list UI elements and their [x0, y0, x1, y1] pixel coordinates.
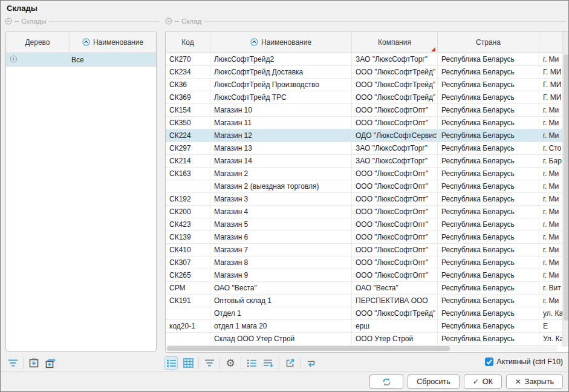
table-cell[interactable]: Республика Беларусь: [438, 180, 539, 192]
table-cell[interactable]: Магазин 10: [210, 104, 352, 116]
table-cell[interactable]: ОАО "Веста": [210, 282, 352, 294]
table-cell[interactable]: СК163: [166, 168, 210, 180]
collapse-group-icon[interactable]: [165, 18, 172, 25]
table-cell[interactable]: код20-1: [166, 320, 210, 332]
table-cell[interactable]: Магазин 13: [210, 142, 352, 154]
tree-row-all[interactable]: Все: [6, 53, 156, 67]
table-cell[interactable]: Республика Беларусь: [438, 269, 539, 281]
table-cell[interactable]: СК350: [166, 117, 210, 129]
tree-column-header-name[interactable]: Наименование: [70, 31, 156, 53]
table-cell[interactable]: г. Ми: [539, 193, 564, 205]
table-cell[interactable]: Республика Беларусь: [438, 244, 539, 256]
table-cell[interactable]: Магазин 12: [210, 129, 352, 142]
table-cell[interactable]: Республика Беларусь: [438, 91, 539, 103]
table-cell[interactable]: СК423: [166, 218, 210, 230]
table-cell[interactable]: г. Ми: [539, 206, 564, 218]
table-cell[interactable]: Магазин 9: [210, 269, 352, 281]
table-cell[interactable]: СК307: [166, 256, 210, 269]
table-cell[interactable]: СК191: [166, 295, 210, 307]
table-cell[interactable]: ООО "ЛюксСофтОпт": [352, 269, 438, 281]
table-cell[interactable]: Республика Беларусь: [438, 79, 539, 91]
table-cell[interactable]: Республика Беларусь: [438, 104, 539, 116]
table-row[interactable]: СК297Магазин 13ЗАО "ЛюксСофтТорг"Республ…: [166, 142, 564, 155]
active-checkbox[interactable]: Активный (ctrl F10): [485, 358, 563, 366]
table-cell[interactable]: Магазин 2: [210, 168, 352, 180]
table-cell[interactable]: СК369: [166, 91, 210, 103]
table-cell[interactable]: ПЕРСПЕКТИВА ООО: [352, 295, 438, 307]
table-cell[interactable]: Республика Беларусь: [438, 155, 539, 167]
table-row[interactable]: СК234ЛюксСофтТрейд ДоставкаООО "ЛюксСофт…: [166, 66, 564, 79]
table-cell[interactable]: ул. Ка: [539, 307, 564, 319]
table-cell[interactable]: г. Ми: [539, 218, 564, 230]
table-cell[interactable]: Магазин 4: [210, 206, 352, 218]
table-cell[interactable]: ООО "ЛюксСофтОпт": [352, 231, 438, 243]
table-cell[interactable]: отдел 1 мага 20: [210, 320, 352, 332]
table-row[interactable]: СК410Магазин 7ООО "ЛюксСофтОпт"Республик…: [166, 244, 564, 256]
table-cell[interactable]: Республика Беларусь: [438, 193, 539, 205]
table-cell[interactable]: г. Ми: [539, 231, 564, 243]
collapse-group-icon[interactable]: [5, 18, 12, 25]
table-cell[interactable]: Г. МИ: [539, 91, 564, 103]
table-cell[interactable]: ЗАО "ЛюксСофтТорг": [352, 155, 438, 167]
table-row[interactable]: СК139Магазин 6ООО "ЛюксСофтОпт"Республик…: [166, 231, 564, 244]
table-cell[interactable]: Республика Беларусь: [438, 66, 539, 78]
table-cell[interactable]: ООО "ЛюксСофтОпт": [352, 218, 438, 230]
table-cell[interactable]: СРМ: [166, 282, 210, 294]
expand-node-icon[interactable]: [10, 55, 18, 63]
table-cell[interactable]: СК224: [166, 129, 210, 142]
close-button[interactable]: ✕Закрыть: [506, 374, 563, 389]
table-row[interactable]: СК423Магазин 5ООО "ЛюксСофтОпт"Республик…: [166, 218, 564, 231]
table-row[interactable]: СК36ЛюксСофтТрейд ПроизводствоООО "ЛюксС…: [166, 79, 564, 91]
table-cell[interactable]: Магазин 3: [210, 193, 352, 205]
table-cell[interactable]: Республика Беларусь: [438, 206, 539, 218]
open-external-icon[interactable]: [283, 356, 296, 370]
checkbox-checked-icon[interactable]: [485, 358, 493, 366]
table-cell[interactable]: г. Ми: [539, 269, 564, 281]
table-cell[interactable]: Магазин 8: [210, 256, 352, 269]
table-cell[interactable]: Отдел 1: [210, 307, 352, 319]
table-row[interactable]: СК192Магазин 3ООО "ЛюксСофтОпт"Республик…: [166, 193, 564, 206]
table-cell[interactable]: СК192: [166, 193, 210, 205]
table-cell[interactable]: г. Ми: [539, 256, 564, 269]
table-cell[interactable]: г. Ми: [539, 295, 564, 307]
table-row[interactable]: СК270ЛюксСофтТрейд2ЗАО "ЛюксСофтТорг"Рес…: [166, 53, 564, 66]
settings-gear-icon[interactable]: ⚙: [224, 356, 237, 370]
table-row[interactable]: СРМОАО "Веста"ОАО "Веста"Республика Бела…: [166, 282, 564, 295]
vertical-scrollbar-thumb[interactable]: [564, 54, 569, 321]
table-cell[interactable]: Магазин 7: [210, 244, 352, 256]
table-cell[interactable]: Республика Беларусь: [438, 307, 539, 319]
table-cell[interactable]: СК139: [166, 231, 210, 243]
numbered-list-icon[interactable]: [245, 356, 258, 370]
add-row-icon[interactable]: [262, 356, 275, 370]
table-cell[interactable]: Магазин 2 (выездная торговля): [210, 180, 352, 192]
table-cell[interactable]: г. Ми: [539, 168, 564, 180]
table-cell[interactable]: [166, 333, 210, 345]
table-cell[interactable]: Республика Беларусь: [438, 142, 539, 154]
table-cell[interactable]: Магазин 11: [210, 117, 352, 129]
table-cell[interactable]: ООО "ЛюксСофтТрейд": [352, 91, 438, 103]
table-cell[interactable]: ерш: [352, 320, 438, 332]
table-cell[interactable]: Республика Беларусь: [438, 295, 539, 307]
ok-button[interactable]: ✓ОК: [464, 374, 502, 389]
table-cell[interactable]: Г. МИ: [539, 79, 564, 91]
table-cell[interactable]: Республика Беларусь: [438, 320, 539, 332]
table-cell[interactable]: Республика Беларусь: [438, 117, 539, 129]
table-cell[interactable]: ОАО "Веста": [352, 282, 438, 294]
table-cell[interactable]: Республика Беларусь: [438, 129, 539, 142]
table-cell[interactable]: СК234: [166, 66, 210, 78]
table-cell[interactable]: СК270: [166, 53, 210, 65]
table-cell[interactable]: ООО "ЛюксСофтОпт": [352, 193, 438, 205]
table-cell[interactable]: СК265: [166, 269, 210, 281]
table-row[interactable]: СК350Магазин 11ООО "ЛюксСофтОпт"Республи…: [166, 117, 564, 129]
table-cell[interactable]: ООО "ЛюксСофтОпт": [352, 206, 438, 218]
table-cell[interactable]: ООО Утер Строй: [352, 333, 438, 345]
table-cell[interactable]: Республика Беларусь: [438, 333, 539, 345]
tree-expand-cell[interactable]: [6, 55, 70, 65]
table-cell[interactable]: Республика Беларусь: [438, 53, 539, 65]
table-cell[interactable]: г. Ми: [539, 129, 564, 142]
table-cell[interactable]: Оптовый склад 1: [210, 295, 352, 307]
table-cell[interactable]: Республика Беларусь: [438, 168, 539, 180]
table-cell[interactable]: ОДО "ЛюксСофтСервис": [352, 129, 438, 142]
table-cell[interactable]: Склад ООО Утер Строй: [210, 333, 352, 345]
table-cell[interactable]: [166, 307, 210, 319]
